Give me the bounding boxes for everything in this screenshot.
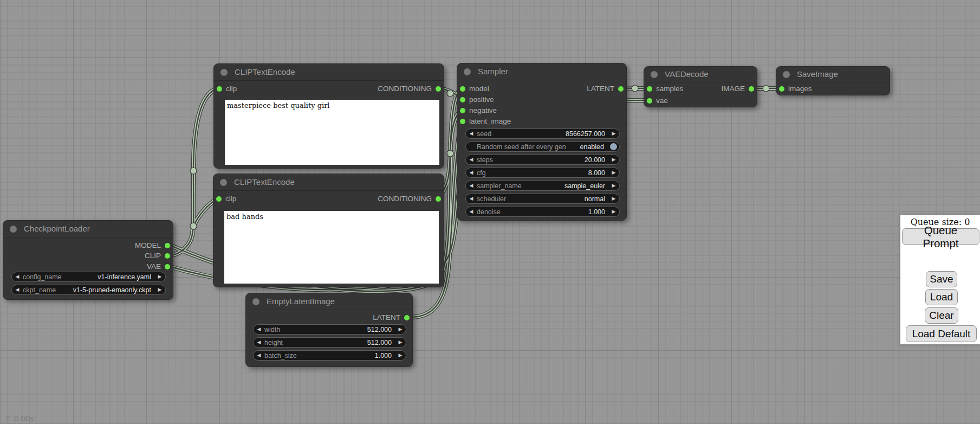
- input-slot-images: images: [776, 83, 890, 94]
- node-title: CheckpointLoader: [24, 224, 90, 233]
- output-dot-clip[interactable]: [165, 253, 170, 259]
- input-slot-vae: vae: [644, 95, 757, 106]
- decrement-arrow-icon[interactable]: ◀: [466, 194, 477, 204]
- input-dot-clip[interactable]: [217, 86, 222, 92]
- increment-arrow-icon[interactable]: ▶: [395, 350, 406, 361]
- output-slot-latent: LATENT: [246, 312, 412, 323]
- decrement-arrow-icon[interactable]: ◀: [254, 324, 264, 335]
- negative-prompt-textarea[interactable]: bad hands: [224, 211, 439, 284]
- input-dot-latent-image[interactable]: [460, 119, 465, 124]
- node-save-image[interactable]: SaveImage images: [776, 66, 890, 95]
- widget-ckpt-name[interactable]: ◀ ckpt_name v1-5-pruned-emaonly.ckpt ▶: [11, 285, 166, 295]
- widget-config-name[interactable]: ◀ config_name v1-inference.yaml ▶: [11, 272, 166, 282]
- comfyui-canvas[interactable]: { "canvas": { "render_time": "T: 0.00s" …: [0, 0, 980, 424]
- widget-width[interactable]: ◀ width 512.000 ▶: [253, 324, 406, 335]
- decrement-arrow-icon[interactable]: ◀: [466, 155, 477, 165]
- input-dot-vae[interactable]: [647, 98, 652, 104]
- node-sampler[interactable]: Sampler model LATENT positive negative l…: [457, 63, 627, 221]
- input-slot-positive: positive: [457, 94, 626, 105]
- node-title: SaveImage: [797, 69, 838, 79]
- input-dot-model[interactable]: [460, 86, 465, 92]
- output-dot-latent[interactable]: [404, 315, 410, 320]
- widget-height[interactable]: ◀ height 512.000 ▶: [253, 337, 406, 348]
- node-title: CLIPTextEncode: [234, 177, 295, 187]
- collapse-dot-icon[interactable]: [10, 226, 17, 233]
- toggle-circle-icon[interactable]: [610, 143, 617, 150]
- widget-cfg[interactable]: ◀ cfg 8.000 ▶: [465, 168, 620, 178]
- node-clip-text-encode-positive[interactable]: CLIPTextEncode clip CONDITIONING masterp…: [213, 63, 444, 169]
- save-button[interactable]: Save: [926, 271, 957, 287]
- increment-arrow-icon[interactable]: ▶: [395, 324, 406, 335]
- widget-batch-size[interactable]: ◀ batch_size 1.000 ▶: [253, 350, 406, 361]
- node-clip-text-encode-negative[interactable]: CLIPTextEncode clip CONDITIONING bad han…: [213, 174, 444, 287]
- output-slot-clip: CLIP: [3, 250, 173, 261]
- input-slot-latent-image: latent_image: [457, 116, 626, 127]
- collapse-dot-icon[interactable]: [783, 71, 790, 78]
- increment-arrow-icon[interactable]: ▶: [608, 181, 619, 191]
- decrement-arrow-icon[interactable]: ◀: [466, 168, 477, 178]
- widget-seed[interactable]: ◀ seed 8566257.000 ▶: [465, 129, 620, 139]
- load-button[interactable]: Load: [925, 289, 958, 305]
- node-header[interactable]: VAEDecode: [644, 67, 757, 82]
- increment-arrow-icon[interactable]: ▶: [608, 168, 619, 178]
- node-empty-latent-image[interactable]: EmptyLatentImage LATENT ◀ width 512.000 …: [245, 293, 413, 367]
- queue-prompt-button[interactable]: Queue Prompt: [902, 228, 979, 245]
- side-menu-panel: Queue size: 0 Queue Prompt Save Load Cle…: [900, 215, 980, 344]
- output-dot-model[interactable]: [165, 243, 170, 248]
- input-dot-positive[interactable]: [460, 97, 465, 102]
- output-dot-image[interactable]: [749, 86, 754, 92]
- node-title: VAEDecode: [665, 69, 709, 79]
- output-dot-vae[interactable]: [165, 264, 170, 269]
- widget-steps[interactable]: ◀ steps 20.000 ▶: [465, 155, 620, 165]
- collapse-dot-icon[interactable]: [220, 179, 227, 186]
- input-slot-negative: negative: [457, 105, 626, 116]
- decrement-arrow-icon[interactable]: ◀: [466, 129, 477, 139]
- decrement-arrow-icon[interactable]: ◀: [466, 181, 477, 191]
- node-header[interactable]: Sampler: [457, 63, 626, 80]
- load-default-button[interactable]: Load Default: [906, 325, 977, 342]
- node-vae-decode[interactable]: VAEDecode samples IMAGE vae: [644, 66, 757, 107]
- increment-arrow-icon[interactable]: ▶: [154, 272, 165, 282]
- increment-arrow-icon[interactable]: ▶: [608, 155, 619, 165]
- increment-arrow-icon[interactable]: ▶: [608, 129, 619, 139]
- decrement-arrow-icon[interactable]: ◀: [254, 337, 264, 348]
- input-dot-images[interactable]: [779, 86, 784, 92]
- slot-row: samples IMAGE: [644, 83, 757, 94]
- increment-arrow-icon[interactable]: ▶: [154, 285, 165, 295]
- widget-sampler-name[interactable]: ◀ sampler_name sample_euler ▶: [465, 181, 620, 191]
- increment-arrow-icon[interactable]: ▶: [608, 207, 619, 217]
- node-checkpoint-loader[interactable]: CheckpointLoader MODEL CLIP VAE ◀ config…: [3, 220, 173, 300]
- output-dot-latent[interactable]: [618, 86, 624, 92]
- node-header[interactable]: CLIPTextEncode: [213, 174, 444, 191]
- output-slot-vae: VAE: [3, 261, 173, 272]
- node-title: EmptyLatentImage: [267, 297, 335, 306]
- output-dot-conditioning[interactable]: [436, 196, 441, 202]
- slot-row: clip CONDITIONING: [214, 83, 444, 94]
- collapse-dot-icon[interactable]: [252, 298, 259, 305]
- decrement-arrow-icon[interactable]: ◀: [254, 350, 264, 361]
- increment-arrow-icon[interactable]: ▶: [395, 337, 406, 348]
- node-title: Sampler: [478, 67, 508, 76]
- decrement-arrow-icon[interactable]: ◀: [466, 207, 477, 217]
- slot-row: clip CONDITIONING: [213, 194, 444, 204]
- widget-random-seed-toggle[interactable]: Random seed after every gen enabled: [465, 142, 620, 152]
- decrement-arrow-icon[interactable]: ◀: [12, 272, 23, 282]
- clear-button[interactable]: Clear: [925, 307, 958, 324]
- collapse-dot-icon[interactable]: [464, 68, 471, 75]
- widget-scheduler[interactable]: ◀ scheduler normal ▶: [465, 194, 620, 204]
- decrement-arrow-icon[interactable]: ◀: [12, 285, 23, 295]
- node-header[interactable]: SaveImage: [776, 67, 890, 82]
- positive-prompt-textarea[interactable]: masterpiece best quality girl: [225, 100, 439, 165]
- input-dot-negative[interactable]: [460, 108, 465, 113]
- collapse-dot-icon[interactable]: [651, 71, 658, 78]
- widget-denoise[interactable]: ◀ denoise 1.000 ▶: [465, 207, 620, 217]
- increment-arrow-icon[interactable]: ▶: [608, 194, 619, 204]
- input-dot-clip[interactable]: [216, 196, 222, 202]
- collapse-dot-icon[interactable]: [220, 69, 228, 76]
- output-dot-conditioning[interactable]: [436, 86, 441, 92]
- node-header[interactable]: CheckpointLoader: [3, 221, 173, 237]
- node-header[interactable]: CLIPTextEncode: [214, 64, 444, 81]
- slot-row: model LATENT: [457, 83, 626, 94]
- node-header[interactable]: EmptyLatentImage: [246, 293, 412, 310]
- input-dot-samples[interactable]: [647, 86, 652, 92]
